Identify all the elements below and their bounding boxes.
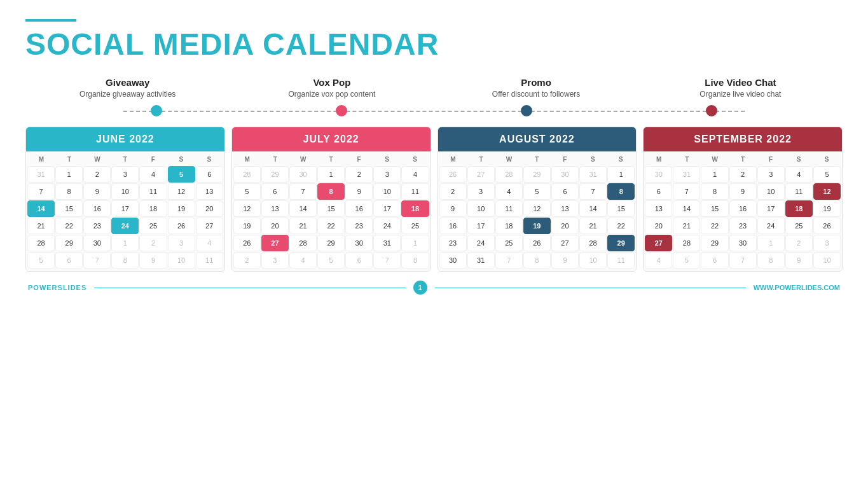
- title-text-accent: CALENDAR: [263, 27, 439, 61]
- category-item-promo: Promo Offer discount to followers: [434, 77, 638, 99]
- footer-page-number: 1: [413, 281, 427, 295]
- cal-week: 78910111213: [27, 183, 223, 200]
- cal-week: 21222324252627: [27, 218, 223, 234]
- cal-days-header-august2022: MTWTFSS: [439, 154, 635, 165]
- cal-cell: 14: [289, 200, 317, 217]
- cal-cell: 1: [401, 235, 429, 251]
- cal-cell: 26: [523, 235, 551, 251]
- cal-week: 2627282930311: [439, 166, 635, 183]
- cal-cell: 28: [673, 235, 700, 251]
- cal-cell: 29: [261, 166, 289, 183]
- category-item-livevideo: Live Video Chat Organize live video chat: [638, 77, 843, 99]
- cal-cell: 1: [701, 166, 728, 183]
- cal-cell: 21: [27, 218, 55, 234]
- cal-cell: 21: [579, 218, 607, 234]
- cal-day-label: T: [673, 154, 701, 165]
- cal-week: 14151617181920: [27, 200, 223, 217]
- cal-cell: 1: [55, 166, 83, 183]
- footer-website: WWW.POWERLIDES.COM: [754, 284, 840, 291]
- cal-cell: 8: [401, 252, 429, 268]
- cal-day-label: T: [261, 154, 289, 165]
- cal-days-header-july2022: MTWTFSS: [233, 154, 429, 165]
- cal-cell: 11: [785, 183, 813, 200]
- cal-week: 9101112131415: [439, 200, 635, 217]
- cal-cell: 9: [551, 252, 579, 268]
- cal-cell: 19: [813, 200, 841, 217]
- cal-cell: 5: [27, 252, 55, 268]
- cal-cell: 24: [467, 235, 495, 251]
- cal-cell: 16: [83, 200, 111, 217]
- cal-grid-september2022: MTWTFSS303112345678910111213141516171819…: [644, 151, 842, 271]
- cal-cell: 15: [607, 200, 635, 217]
- cal-cell: 7: [729, 252, 757, 268]
- footer-brand-text: POWER: [28, 284, 58, 291]
- cal-cell: 4: [401, 166, 429, 183]
- cal-cell: 20: [261, 218, 289, 234]
- category-title-giveaway: Giveaway: [25, 77, 230, 88]
- cal-cell: 2: [785, 235, 813, 251]
- timeline-dot-livevideo: [706, 105, 717, 116]
- cal-cell: 2: [439, 183, 467, 200]
- cal-cell: 13: [551, 200, 579, 217]
- cal-cell: 21: [673, 218, 700, 234]
- cal-cell: 28: [289, 235, 317, 251]
- cal-cell: 4: [645, 252, 672, 268]
- cal-cell: 5: [813, 166, 841, 183]
- main-container: SOCIAL MEDIA CALENDAR Giveaway Organize …: [0, 0, 868, 488]
- footer-line-left: [94, 288, 405, 288]
- cal-cell: 8: [55, 183, 83, 200]
- cal-cell: 30: [645, 166, 672, 183]
- cal-day-label: S: [167, 154, 195, 165]
- cal-cell: 29: [317, 235, 345, 251]
- cal-cell: 17: [373, 200, 401, 217]
- cal-cell: 30: [551, 166, 579, 183]
- cal-cell: 17: [757, 200, 785, 217]
- calendars-row: JUNE 2022MTWTFSS311234567891011121314151…: [25, 127, 843, 272]
- cal-cell: 27: [551, 235, 579, 251]
- cal-cell: 16: [729, 200, 757, 217]
- cal-cell: 8: [111, 252, 139, 268]
- cal-cell: 20: [551, 218, 579, 234]
- footer-brand-accent: SLIDES: [58, 284, 87, 291]
- cal-cell: 22: [701, 218, 728, 234]
- cal-cell: 13: [196, 183, 223, 200]
- cal-cell: 7: [289, 183, 317, 200]
- cal-week: 2345678: [439, 183, 635, 200]
- cal-cell: 3: [168, 235, 195, 251]
- cal-cell: 2: [233, 252, 261, 268]
- footer-line-right: [435, 288, 746, 288]
- cal-day-label: S: [785, 154, 813, 165]
- cal-cell: 6: [701, 252, 728, 268]
- cal-cell: 12: [168, 183, 195, 200]
- cal-cell: 8: [523, 252, 551, 268]
- cal-cell: 6: [345, 252, 373, 268]
- cal-day-label: T: [111, 154, 139, 165]
- cal-day-label: T: [467, 154, 495, 165]
- cal-day-label: S: [607, 154, 635, 165]
- cal-cell: 4: [139, 166, 167, 183]
- cal-day-label: S: [401, 154, 429, 165]
- cal-cell: 15: [317, 200, 345, 217]
- cal-cell: 29: [607, 235, 635, 251]
- cal-day-label: S: [195, 154, 223, 165]
- cal-cell: 26: [813, 218, 841, 234]
- category-title-livevideo: Live Video Chat: [638, 77, 843, 88]
- category-desc-voxpop: Organize vox pop content: [230, 90, 434, 99]
- cal-cell: 28: [233, 166, 261, 183]
- cal-cell: 4: [289, 252, 317, 268]
- cal-cell: 6: [261, 183, 289, 200]
- cal-week: 567891011: [233, 183, 429, 200]
- calendar-august2022: AUGUST 2022MTWTFSS2627282930311234567891…: [437, 127, 637, 272]
- cal-cell: 18: [785, 200, 813, 217]
- cal-week: 303112345: [645, 166, 841, 183]
- cal-week: 30317891011: [439, 252, 635, 268]
- page-title: SOCIAL MEDIA CALENDAR: [25, 27, 843, 62]
- cal-cell: 27: [645, 235, 672, 251]
- cal-cell: 24: [373, 218, 401, 234]
- footer-brand: POWERSLIDES: [28, 284, 86, 291]
- cal-day-label: W: [289, 154, 317, 165]
- cal-day-label: M: [645, 154, 673, 165]
- cal-cell: 1: [607, 166, 635, 183]
- cal-cell: 11: [139, 183, 167, 200]
- cal-cell: 25: [401, 218, 429, 234]
